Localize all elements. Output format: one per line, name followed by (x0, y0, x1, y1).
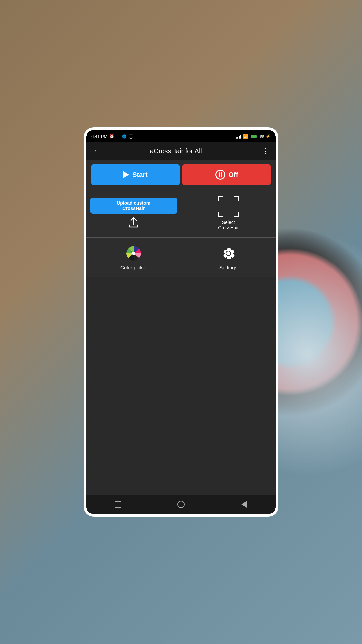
settings-label: Settings (219, 265, 237, 270)
off-label: Off (229, 171, 238, 179)
sim-icon: ▤ (116, 134, 120, 139)
battery-icon (250, 135, 258, 138)
upload-crosshair-button[interactable]: Upload customCrossHair (90, 198, 177, 214)
top-nav: ← aCrossHair for All ⋮ (86, 142, 276, 160)
square-icon (115, 501, 121, 508)
alarm-icon: ⏰ (109, 134, 114, 139)
back-button[interactable]: ← (91, 145, 102, 157)
corner-tr (234, 196, 239, 201)
signal-icon (236, 134, 241, 139)
settings-item[interactable]: Settings (181, 241, 276, 274)
select-crosshair-label: SelectCrossHair (218, 220, 239, 230)
nav-bar (86, 495, 276, 514)
dots-icon: ··· (135, 134, 141, 139)
home-button[interactable] (174, 498, 188, 511)
tools-section: Color picker Settings (86, 237, 276, 277)
action-buttons-row: Start Off (86, 160, 276, 189)
back-nav-button[interactable] (237, 498, 251, 511)
color-picker-label: Color picker (120, 265, 147, 270)
page-title: aCrossHair for All (105, 147, 247, 155)
status-bar: 6:41 PM ⏰ ▤ 🌐 ⓘ ··· 📶 (86, 130, 276, 142)
color-picker-item[interactable]: Color picker (86, 241, 181, 274)
wifi-icon: 📶 (243, 134, 248, 139)
battery-percentage: 99 (260, 134, 264, 138)
charging-icon: ⚡ (266, 134, 271, 139)
pause-icon (215, 170, 225, 180)
select-crosshair-icon (218, 196, 239, 217)
photo-icon: 🌐 (122, 134, 127, 139)
upload-icon-wrap (128, 216, 140, 228)
start-label: Start (132, 171, 148, 179)
status-time: 6:41 PM (91, 134, 107, 139)
crosshair-section: Upload customCrossHair Selec (86, 189, 276, 237)
recents-button[interactable] (111, 498, 125, 511)
gear-icon (220, 245, 236, 261)
more-options-button[interactable]: ⋮ (260, 145, 271, 157)
play-icon (123, 171, 129, 178)
upload-crosshair-section[interactable]: Upload customCrossHair (86, 192, 181, 234)
corner-tl (218, 196, 223, 201)
off-button[interactable]: Off (182, 164, 271, 185)
home-icon (177, 501, 185, 508)
status-icons-right: 📶 99 ⚡ (236, 134, 271, 139)
phone-frame: 6:41 PM ⏰ ▤ 🌐 ⓘ ··· 📶 (84, 127, 278, 517)
select-crosshair-section[interactable]: SelectCrossHair (181, 192, 276, 234)
main-content: Start Off Upload customCrossHair (86, 160, 276, 495)
settings-icon-wrap (220, 245, 237, 262)
info-icon: ⓘ (129, 134, 133, 139)
pause-bar-right (221, 172, 222, 177)
back-triangle-icon (241, 501, 247, 508)
empty-content-area (86, 277, 276, 495)
corner-br (234, 212, 239, 217)
color-picker-icon (125, 245, 142, 262)
corner-bl (218, 212, 223, 217)
status-left: 6:41 PM ⏰ ▤ 🌐 ⓘ ··· (91, 134, 141, 139)
pause-bar-left (219, 172, 220, 177)
upload-icon (128, 216, 140, 228)
start-button[interactable]: Start (91, 164, 180, 185)
svg-point-1 (132, 252, 135, 255)
